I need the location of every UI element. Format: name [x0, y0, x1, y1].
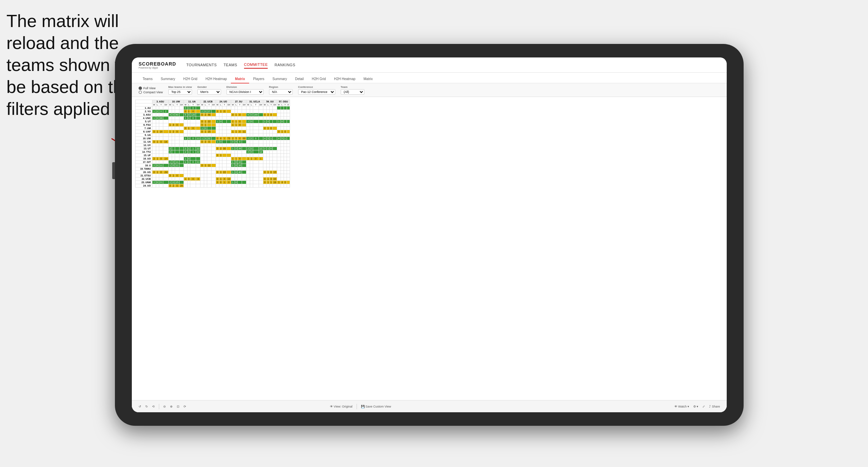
matrix-cell [235, 167, 238, 171]
matrix-cell [226, 157, 231, 161]
tab-players[interactable]: Players [249, 75, 268, 83]
matrix-cell [238, 144, 242, 147]
sub-w-uw: W [168, 103, 172, 106]
matrix-cell [200, 147, 204, 150]
reset-button[interactable]: ⟲ [152, 405, 155, 408]
tab-summary2[interactable]: Summary [268, 75, 291, 83]
matrix-cell: 0 [219, 120, 222, 123]
matrix-cell: 0 [284, 130, 287, 133]
matrix-cell [284, 157, 287, 161]
col-header-uo: 24. UO [216, 100, 231, 103]
matrix-cell [196, 171, 200, 174]
matrix-cell [270, 120, 273, 123]
matrix-cell: 0 [216, 137, 219, 140]
tab-matrix[interactable]: Matrix [231, 75, 249, 83]
tab-h2h-grid[interactable]: H2H Grid [179, 75, 201, 83]
matrix-cell: 0 [216, 147, 219, 150]
save-custom-button[interactable]: 💾 Save Custom View [361, 404, 391, 409]
matrix-cell [242, 117, 246, 120]
matrix-cell: 160 [253, 113, 259, 117]
matrix-cell: 0 [219, 181, 222, 184]
matrix-cell: 0 [187, 157, 190, 161]
matrix-container[interactable]: 3. ASU 10. UW 11. UA 22. UCB 24. UO 27. … [132, 97, 727, 408]
share-button[interactable]: ⤴ Share [709, 405, 720, 408]
matrix-cell [207, 147, 211, 150]
matrix-cell [207, 154, 211, 157]
matrix-cell: 1 [184, 117, 187, 120]
watch-button[interactable]: 👁 Watch ▾ [674, 405, 689, 408]
radio-compact-view[interactable]: Compact View [139, 91, 163, 94]
options-button[interactable]: ⚙ ▾ [693, 405, 699, 408]
tab-matrix2[interactable]: Matrix [360, 75, 377, 83]
tab-teams[interactable]: Teams [139, 75, 156, 83]
matrix-cell [287, 140, 290, 144]
matrix-cell [263, 184, 267, 188]
matrix-cell [246, 130, 250, 133]
gender-select[interactable]: Men's Women's [197, 89, 221, 95]
tab-detail[interactable]: Detail [291, 75, 308, 83]
matrix-cell: 0 [238, 137, 242, 140]
matrix-cell [196, 130, 200, 133]
redo-button[interactable]: ↻ [145, 405, 148, 408]
tab-summary[interactable]: Summary [156, 75, 179, 83]
region-select[interactable]: N/A [269, 89, 293, 95]
matrix-cell: 1 [156, 130, 159, 133]
matrix-cell [172, 171, 175, 174]
matrix-cell [172, 154, 175, 157]
matrix-cell: 18 [273, 181, 277, 184]
sub-t-ucb: T [207, 103, 211, 106]
col-header-uu: 54. UU [263, 100, 277, 103]
undo-button[interactable]: ↺ [139, 405, 141, 408]
matrix-cell [172, 133, 175, 137]
team-select[interactable]: (All) [341, 89, 364, 95]
rotate-button[interactable]: ⟳ [184, 405, 186, 408]
matrix-cell [196, 106, 200, 110]
matrix-cell [159, 150, 163, 154]
view-original-button[interactable]: 👁 View: Original [330, 404, 353, 409]
matrix-cell: 1 [190, 150, 196, 154]
matrix-cell [179, 140, 184, 144]
matrix-cell [253, 147, 259, 150]
matrix-cell [187, 120, 190, 123]
sub-dif-ucla: Dif [259, 103, 263, 106]
tab-h2h-heatmap2[interactable]: H2H Heatmap [330, 75, 359, 83]
matrix-cell [156, 106, 159, 110]
division-select[interactable]: NCAA Division I [226, 89, 264, 95]
nav-teams[interactable]: TEAMS [223, 62, 237, 68]
matrix-cell [284, 174, 287, 177]
logo-text: SCOREBOARD [139, 61, 176, 67]
matrix-cell [152, 174, 156, 177]
nav-rankings[interactable]: RANKINGS [274, 62, 295, 68]
zoom-out-button[interactable]: ⊖ [163, 405, 166, 408]
matrix-cell [231, 150, 235, 154]
nav-tournaments[interactable]: TOURNAMENTS [186, 62, 217, 68]
tab-h2h-grid2[interactable]: H2H Grid [308, 75, 330, 83]
radio-full-view[interactable]: Full View [139, 87, 163, 90]
conference-select[interactable]: Pac-12 Conference (All) [298, 89, 335, 95]
max-teams-select[interactable]: Top 25 Top 50 All [168, 89, 192, 95]
matrix-cell [156, 120, 159, 123]
matrix-cell [270, 130, 273, 133]
matrix-cell: 11 [196, 161, 200, 164]
filter-team: Team (All) [341, 85, 364, 95]
matrix-cell [267, 167, 270, 171]
matrix-cell [159, 161, 163, 164]
filter-gender: Gender Men's Women's [197, 85, 221, 95]
matrix-cell [179, 117, 184, 120]
tab-h2h-heatmap[interactable]: H2H Heatmap [201, 75, 231, 83]
matrix-cell [267, 133, 270, 137]
matrix-cell [287, 150, 290, 154]
matrix-cell [238, 177, 242, 181]
matrix-cell [152, 120, 156, 123]
expand-button[interactable]: ⤢ [702, 405, 705, 408]
fit-button[interactable]: ⊡ [177, 405, 179, 408]
matrix-cell [163, 181, 168, 184]
filter-conference: Conference Pac-12 Conference (All) [298, 85, 335, 95]
matrix-cell [159, 133, 163, 137]
matrix-cell [204, 147, 207, 150]
zoom-in-button[interactable]: ⊕ [170, 405, 173, 408]
nav-committee[interactable]: COMMITTEE [244, 61, 268, 69]
matrix-cell [211, 174, 216, 177]
matrix-cell [250, 117, 253, 120]
matrix-cell [211, 184, 216, 188]
